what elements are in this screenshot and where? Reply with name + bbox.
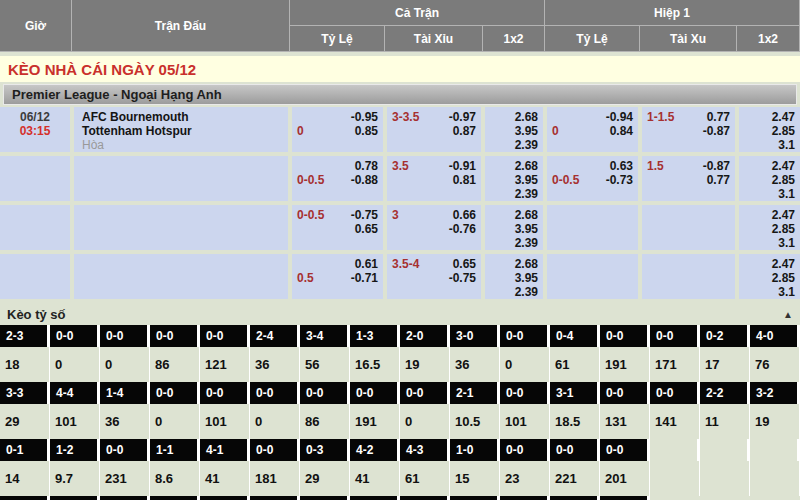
score-odds[interactable]: 0 (400, 404, 450, 439)
score-odds[interactable]: 0 (50, 347, 100, 382)
score-cell[interactable]: 0-0 (200, 382, 250, 404)
score-odds[interactable]: 56 (300, 347, 350, 382)
score-odds[interactable]: 29 (0, 404, 50, 439)
score-cell[interactable] (150, 496, 200, 500)
score-cell[interactable]: 2-0 (400, 325, 450, 347)
fulltime-1x2-cell[interactable]: 2.683.952.39 (485, 205, 543, 250)
fulltime-overunder-cell[interactable]: 30.66-0.76 (387, 205, 481, 250)
score-odds[interactable]: 41 (350, 461, 400, 496)
score-cell[interactable] (450, 496, 500, 500)
match-cell[interactable] (74, 205, 288, 250)
score-odds[interactable]: 171 (650, 347, 700, 382)
score-odds[interactable]: 29 (300, 461, 350, 496)
firsthalf-overunder-cell[interactable] (642, 205, 735, 250)
score-odds[interactable]: 61 (550, 347, 600, 382)
firsthalf-overunder-cell[interactable]: 1.5-0.870.77 (642, 156, 735, 201)
firsthalf-handicap-cell[interactable]: -0.9400.84 (547, 107, 638, 152)
score-odds[interactable]: 101 (200, 404, 250, 439)
score-cell[interactable]: 3-2 (750, 382, 800, 404)
score-odds[interactable]: 121 (200, 347, 250, 382)
score-cell[interactable] (100, 496, 150, 500)
firsthalf-handicap-cell[interactable] (547, 254, 638, 299)
score-cell[interactable]: 4-3 (400, 439, 450, 461)
score-odds[interactable]: 86 (150, 347, 200, 382)
score-cell[interactable] (200, 496, 250, 500)
firsthalf-1x2-cell[interactable]: 2.472.853.1 (739, 205, 800, 250)
score-odds[interactable]: 19 (400, 347, 450, 382)
score-odds[interactable]: 86 (300, 404, 350, 439)
score-odds[interactable]: 8.6 (150, 461, 200, 496)
score-odds[interactable]: 36 (100, 404, 150, 439)
score-cell[interactable]: 2-3 (0, 325, 50, 347)
score-cell[interactable]: 0-2 (700, 325, 750, 347)
score-cell[interactable]: 2-4 (250, 325, 300, 347)
score-cell[interactable]: 1-4 (100, 382, 150, 404)
score-cell[interactable]: 3-1 (550, 382, 600, 404)
score-cell[interactable]: 4-2 (350, 439, 400, 461)
score-cell[interactable]: 2-2 (700, 382, 750, 404)
fulltime-handicap-cell[interactable]: -0.9500.85 (292, 107, 383, 152)
score-odds[interactable]: 18.5 (550, 404, 600, 439)
triangle-up-icon[interactable]: ▲ (783, 309, 793, 320)
score-cell[interactable] (600, 496, 650, 500)
score-cell[interactable] (300, 496, 350, 500)
score-odds[interactable]: 141 (650, 404, 700, 439)
score-cell[interactable]: 0-0 (600, 439, 650, 461)
score-cell[interactable] (400, 496, 450, 500)
score-odds[interactable]: 18 (0, 347, 50, 382)
score-cell[interactable]: 1-3 (350, 325, 400, 347)
score-cell[interactable]: 0-4 (550, 325, 600, 347)
fulltime-handicap-cell[interactable]: 0.610.5-0.71 (292, 254, 383, 299)
score-cell[interactable]: 0-0 (600, 382, 650, 404)
score-cell[interactable]: 0-0 (100, 439, 150, 461)
score-cell[interactable]: 0-0 (50, 325, 100, 347)
fulltime-overunder-cell[interactable]: 3.5-40.65-0.75 (387, 254, 481, 299)
score-cell[interactable]: 1-0 (450, 439, 500, 461)
score-cell[interactable]: 0-0 (150, 382, 200, 404)
score-cell[interactable]: 0-0 (250, 439, 300, 461)
score-odds[interactable]: 0 (500, 347, 550, 382)
score-cell[interactable]: 0-0 (500, 439, 550, 461)
score-cell[interactable]: 0-0 (550, 439, 600, 461)
score-odds[interactable]: 131 (600, 404, 650, 439)
fulltime-1x2-cell[interactable]: 2.683.952.39 (485, 156, 543, 201)
score-cell[interactable]: 4-4 (50, 382, 100, 404)
firsthalf-overunder-cell[interactable] (642, 254, 735, 299)
score-cell[interactable]: 0-0 (150, 325, 200, 347)
score-odds[interactable]: 0 (100, 347, 150, 382)
score-cell[interactable] (0, 496, 50, 500)
score-cell[interactable] (500, 496, 550, 500)
score-cell[interactable] (50, 496, 100, 500)
score-odds[interactable]: 36 (250, 347, 300, 382)
score-odds[interactable]: 11 (700, 404, 750, 439)
home-team[interactable]: AFC Bournemouth (82, 110, 284, 124)
score-cell[interactable]: 0-0 (500, 382, 550, 404)
score-cell[interactable]: 1-1 (150, 439, 200, 461)
firsthalf-overunder-cell[interactable]: 1-1.50.77-0.87 (642, 107, 735, 152)
fulltime-overunder-cell[interactable]: 3-3.5-0.970.87 (387, 107, 481, 152)
fulltime-1x2-cell[interactable]: 2.683.952.39 (485, 254, 543, 299)
score-odds[interactable]: 14 (0, 461, 50, 496)
score-cell[interactable]: 2-1 (450, 382, 500, 404)
score-cell[interactable]: 0-0 (400, 382, 450, 404)
score-odds[interactable]: 76 (750, 347, 800, 382)
score-odds[interactable]: 101 (500, 404, 550, 439)
score-odds[interactable]: 61 (400, 461, 450, 496)
firsthalf-handicap-cell[interactable] (547, 205, 638, 250)
score-cell[interactable]: 0-0 (300, 382, 350, 404)
score-odds[interactable]: 17 (700, 347, 750, 382)
firsthalf-1x2-cell[interactable]: 2.472.853.1 (739, 107, 800, 152)
score-odds[interactable]: 10.5 (450, 404, 500, 439)
firsthalf-1x2-cell[interactable]: 2.472.853.1 (739, 156, 800, 201)
score-cell[interactable]: 0-0 (250, 382, 300, 404)
score-cell[interactable]: 1-2 (50, 439, 100, 461)
score-odds[interactable]: 16.5 (350, 347, 400, 382)
score-odds[interactable]: 191 (600, 347, 650, 382)
score-section-bar[interactable]: Kèo tỷ số ▲ (0, 303, 800, 325)
score-odds[interactable]: 181 (250, 461, 300, 496)
score-cell[interactable]: 0-0 (350, 382, 400, 404)
score-odds[interactable]: 23 (500, 461, 550, 496)
score-odds[interactable]: 191 (350, 404, 400, 439)
match-cell[interactable] (74, 254, 288, 299)
score-cell[interactable] (250, 496, 300, 500)
